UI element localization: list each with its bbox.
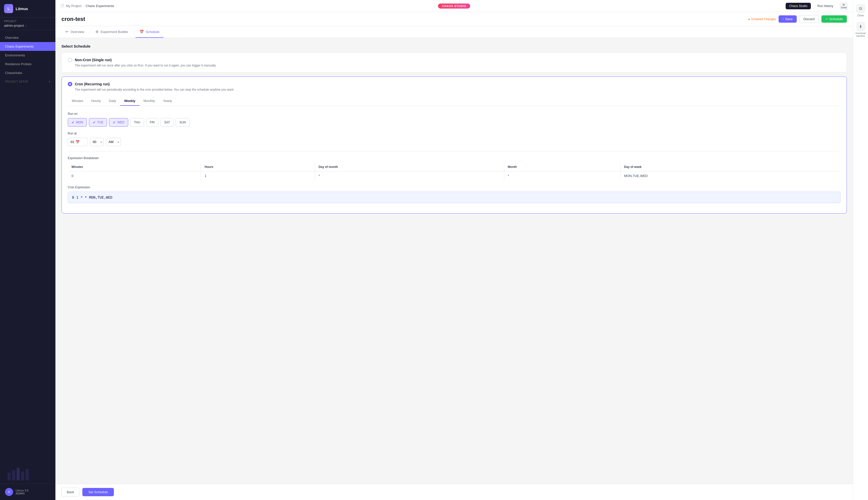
day-btn-wed[interactable]: ✔ WED bbox=[109, 118, 128, 127]
svg-rect-0 bbox=[8, 473, 11, 480]
step-schedule[interactable]: 📅 Schedule bbox=[136, 26, 164, 38]
sidebar-logo: L Litmus bbox=[0, 0, 55, 18]
tab-weekly[interactable]: Weekly bbox=[120, 96, 139, 106]
save-button[interactable]: ↑ Save bbox=[779, 15, 797, 23]
page-title: cron-test bbox=[61, 16, 85, 22]
schedule-button[interactable]: ✓ Schedule bbox=[821, 15, 847, 23]
project-setup-section: PROJECT SETUP ▾ bbox=[0, 77, 55, 84]
sidebar-item-resilience-probes[interactable]: Resilience Probes bbox=[0, 60, 55, 68]
pencil-icon: ✏ bbox=[66, 30, 68, 34]
cron-card: Cron (Recurring run) The experiment will… bbox=[61, 77, 847, 214]
breadcrumb-section[interactable]: Chaos Experiments bbox=[86, 4, 114, 8]
calendar-small-icon: 📅 bbox=[76, 140, 80, 144]
breadcrumb-project[interactable]: My Project bbox=[66, 4, 81, 8]
sidebar-bottom: A Litmus 3.0 ADMIN bbox=[0, 484, 55, 500]
cron-expression-label: Cron Expression bbox=[68, 185, 841, 189]
col-day-of-week: Day of week bbox=[620, 163, 840, 171]
day-btn-mon[interactable]: ✔ MON bbox=[68, 118, 87, 127]
check-icon-wed: ✔ bbox=[113, 120, 116, 124]
sidebar-item-chaoshubs[interactable]: ChaosHubs bbox=[0, 68, 55, 77]
topbar: 📄 My Project › Chaos Experiments › CHAOS… bbox=[55, 0, 853, 12]
cron-radio[interactable] bbox=[68, 82, 72, 86]
download-manifest-icon[interactable]: ⬇ Download Manifest bbox=[853, 22, 868, 37]
project-name: admin-project › bbox=[4, 24, 26, 27]
set-schedule-button[interactable]: Set Schedule bbox=[82, 488, 114, 496]
tab-yearly[interactable]: Yearly bbox=[159, 96, 176, 106]
day-btn-sun[interactable]: SUN bbox=[176, 118, 189, 127]
clone-icon[interactable]: ⧉ Clone bbox=[840, 2, 848, 10]
sidebar-graph bbox=[0, 463, 55, 484]
project-arrow-icon: › bbox=[25, 24, 26, 27]
non-cron-label-row: Non-Cron (Single run) bbox=[68, 58, 841, 62]
tab-hourly[interactable]: Hourly bbox=[87, 96, 105, 106]
day-btn-thu[interactable]: THU bbox=[130, 118, 144, 127]
discard-button[interactable]: Discard bbox=[799, 15, 819, 23]
non-cron-title: Non-Cron (Single run) bbox=[75, 58, 112, 62]
nav-items: Overview Chaos Experiments Environments … bbox=[0, 30, 55, 463]
main-content: 📄 My Project › Chaos Experiments › CHAOS… bbox=[55, 0, 853, 500]
non-cron-desc: The experiment will run once after you c… bbox=[75, 64, 841, 67]
non-cron-radio[interactable] bbox=[68, 58, 72, 62]
step-nav: ✏ Overview › ⚙ Experiment Builder › 📅 Sc… bbox=[55, 26, 853, 38]
non-cron-card: Non-Cron (Single run) The experiment wil… bbox=[61, 52, 847, 72]
cell-day-of-month: * bbox=[315, 171, 504, 181]
col-day-of-month: Day of month bbox=[315, 163, 504, 171]
right-sidebar: ⧉ Clone ⬇ Download Manifest bbox=[853, 0, 868, 500]
day-btn-fri[interactable]: FRI bbox=[146, 118, 158, 127]
hour-input[interactable]: 01 📅 bbox=[68, 138, 88, 146]
day-btn-tue[interactable]: ✔ TUE bbox=[89, 118, 107, 127]
logo-icon: L bbox=[4, 4, 13, 13]
expression-breakdown-group: Expression Breakdown Minutes Hours Day o… bbox=[68, 156, 841, 181]
breadcrumb-icon: 📄 bbox=[60, 4, 65, 8]
run-history-button[interactable]: Run History bbox=[814, 3, 837, 9]
tab-monthly[interactable]: Monthly bbox=[139, 96, 159, 106]
sidebar-version: Litmus 3.0 bbox=[15, 489, 29, 492]
step-experiment-builder[interactable]: ⚙ Experiment Builder bbox=[91, 26, 133, 38]
tab-minutes[interactable]: Minutes bbox=[68, 96, 87, 106]
chaos-studio-button[interactable]: Chaos Studio bbox=[786, 3, 811, 9]
header-actions: ● Unsaved Changes ↑ Save Discard ✓ Sched… bbox=[748, 15, 847, 23]
cron-label-row: Cron (Recurring run) bbox=[68, 82, 841, 86]
run-on-group: Run on ✔ MON ✔ TUE ✔ WED THU bbox=[68, 112, 841, 127]
clone-right-icon[interactable]: ⧉ Clone bbox=[856, 4, 865, 17]
unsaved-changes-badge: ● Unsaved Changes bbox=[748, 18, 776, 21]
project-label: Project bbox=[4, 20, 26, 23]
sidebar-item-chaos-experiments[interactable]: Chaos Experiments bbox=[0, 42, 55, 51]
period-select-wrapper: AM PM bbox=[106, 138, 121, 146]
schedule-tabs: Minutes Hourly Daily Weekly Monthly Year… bbox=[68, 96, 841, 106]
download-icon-circle: ⬇ bbox=[856, 22, 865, 31]
logo-text: Litmus bbox=[15, 7, 28, 11]
project-selector[interactable]: Project admin-project › bbox=[0, 18, 55, 30]
period-select[interactable]: AM PM bbox=[106, 138, 121, 146]
sidebar-item-overview[interactable]: Overview bbox=[0, 33, 55, 42]
svg-rect-1 bbox=[12, 470, 15, 480]
cron-title: Cron (Recurring run) bbox=[75, 82, 110, 86]
topbar-right: Chaos Studio Run History ⧉ Clone bbox=[786, 2, 848, 10]
back-button[interactable]: Back bbox=[61, 488, 79, 497]
run-on-label: Run on bbox=[68, 112, 841, 116]
cron-desc: The experiment will run periodically acc… bbox=[75, 88, 841, 91]
chaos-studio-badge: CHAOS STUDIO bbox=[438, 3, 470, 9]
check-icon-tue: ✔ bbox=[93, 120, 96, 124]
minute-select[interactable]: 00 15 30 45 bbox=[90, 138, 104, 146]
col-hours: Hours bbox=[201, 163, 315, 171]
sidebar: L Litmus Project admin-project › Overvie… bbox=[0, 0, 55, 500]
breadcrumb: 📄 My Project › Chaos Experiments › bbox=[60, 4, 782, 8]
step-overview[interactable]: ✏ Overview bbox=[61, 26, 88, 38]
calendar-icon: 📅 bbox=[139, 30, 144, 34]
day-btn-sat[interactable]: SAT bbox=[160, 118, 173, 127]
table-row: 0 1 * * MON,TUE,WED bbox=[68, 171, 841, 181]
page-header: cron-test ● Unsaved Changes ↑ Save Disca… bbox=[55, 12, 853, 26]
sidebar-item-environments[interactable]: Environments bbox=[0, 51, 55, 60]
expression-table: Minutes Hours Day of month Month Day of … bbox=[68, 162, 841, 181]
bottom-bar: Back Set Schedule bbox=[55, 484, 853, 500]
avatar: A bbox=[5, 488, 13, 496]
svg-rect-4 bbox=[26, 469, 29, 480]
tab-daily[interactable]: Daily bbox=[105, 96, 120, 106]
schedule-check-icon: ✓ bbox=[825, 17, 828, 21]
gear-icon: ⚙ bbox=[95, 30, 99, 34]
save-icon: ↑ bbox=[782, 17, 785, 21]
svg-rect-3 bbox=[21, 471, 24, 480]
cron-expression-group: Cron Expression 0 1 * * MON,TUE,WED bbox=[68, 185, 841, 203]
run-at-row: 01 📅 00 15 30 45 AM bbox=[68, 138, 841, 146]
